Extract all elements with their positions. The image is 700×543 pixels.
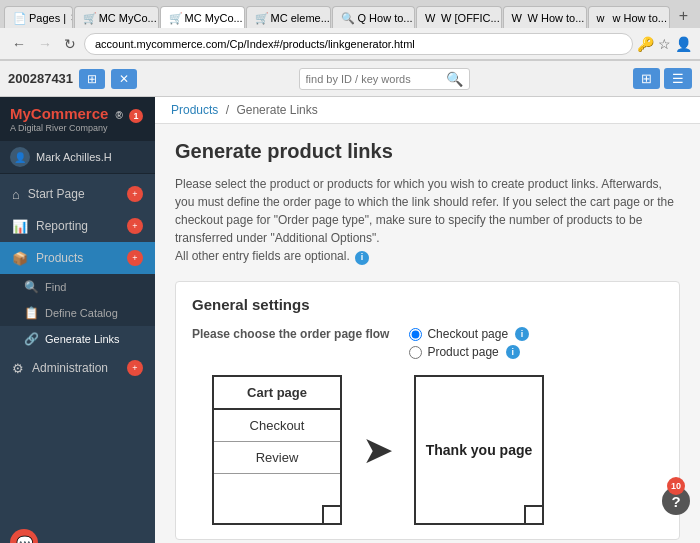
address-bar[interactable]	[84, 33, 633, 55]
brand-my: My	[10, 105, 31, 122]
tab-1[interactable]: 📄 Pages | ✕	[4, 6, 73, 28]
breadcrumb-products[interactable]: Products	[171, 103, 218, 117]
toolbar-right-buttons: ⊞ ☰	[631, 68, 692, 89]
breadcrumb: Products / Generate Links	[155, 97, 700, 124]
tab-favicon-5: 🔍	[341, 12, 353, 24]
submenu-label-catalog: Define Catalog	[45, 307, 118, 319]
tab-favicon-7: W	[512, 12, 524, 24]
radio-checkout-label: Checkout page	[427, 327, 508, 341]
flow-arrow: ➤	[362, 431, 394, 469]
gear-icon: ⚙	[12, 361, 24, 376]
radio-product-input[interactable]	[409, 346, 422, 359]
user-name: Mark Achilles.H	[36, 151, 112, 163]
chat-button[interactable]: 💬	[10, 529, 38, 543]
find-icon: 🔍	[24, 280, 39, 294]
breadcrumb-separator: /	[226, 103, 233, 117]
checkout-help-icon[interactable]: i	[515, 327, 529, 341]
notification-count: 1	[129, 109, 143, 123]
page-corner-right	[524, 505, 542, 523]
tab-3[interactable]: 🛒 MC MyCo... ✕	[160, 6, 245, 28]
order-flow-row: Please choose the order page flow Checko…	[192, 327, 663, 359]
tab-label-6: W [OFFIC...	[441, 12, 500, 24]
sidebar-bottom: 💬	[0, 521, 155, 543]
refresh-button[interactable]: ↻	[60, 34, 80, 54]
radio-group-order-flow: Checkout page i Product page i	[409, 327, 529, 359]
menu-icon-button[interactable]: ☰	[664, 68, 692, 89]
user-icon[interactable]: 👤	[675, 36, 692, 52]
catalog-icon: 📋	[24, 306, 39, 320]
tab-label-1: Pages |	[29, 12, 66, 24]
sidebar: MyCommerce ® 1 A Digital River Company 👤…	[0, 97, 155, 543]
products-submenu: 🔍 Find 📋 Define Catalog 🔗 Generate Links	[0, 274, 155, 352]
toolbar-left: 200287431 ⊞ ✕	[8, 69, 137, 89]
radio-checkout-page[interactable]: Checkout page i	[409, 327, 529, 341]
order-flow-label: Please choose the order page flow	[192, 327, 389, 341]
settings-section-title: General settings	[192, 296, 663, 313]
tab-label-8: w How to...	[613, 12, 667, 24]
submenu-item-define-catalog[interactable]: 📋 Define Catalog	[0, 300, 155, 326]
search-box[interactable]: 🔍	[299, 68, 470, 90]
page-title: Generate product links	[175, 140, 680, 163]
tab-5[interactable]: 🔍 Q How to... ✕	[332, 6, 415, 28]
submenu-label-find: Find	[45, 281, 66, 293]
description-text-2: All other entry fields are optional.	[175, 249, 350, 263]
back-button[interactable]: ←	[8, 34, 30, 54]
help-float: 10 ?	[662, 477, 690, 515]
brand-header: MyCommerce ® 1 A Digital River Company	[0, 97, 155, 141]
sidebar-item-administration[interactable]: ⚙ Administration +	[0, 352, 155, 384]
thank-you-label: Thank you page	[426, 442, 533, 458]
link-icon: 🔗	[24, 332, 39, 346]
checkout-flow-box: Cart page Checkout Review	[212, 375, 342, 525]
submenu-item-generate-links[interactable]: 🔗 Generate Links	[0, 326, 155, 352]
tab-favicon-3: 🛒	[169, 12, 181, 24]
brand-logo: MyCommerce ® 1	[10, 105, 145, 123]
tab-6[interactable]: W W [OFFIC... ✕	[416, 6, 501, 28]
products-icon: 📦	[12, 251, 28, 266]
page-description: Please select the product or products fo…	[175, 175, 680, 265]
user-section[interactable]: 👤 Mark Achilles.H	[0, 141, 155, 174]
tab-favicon-2: 🛒	[83, 12, 95, 24]
sidebar-item-reporting[interactable]: 📊 Reporting +	[0, 210, 155, 242]
submenu-item-find[interactable]: 🔍 Find	[0, 274, 155, 300]
cart-page-label: Cart page	[214, 377, 340, 410]
flow-diagram: Cart page Checkout Review ➤ Thank you pa…	[192, 375, 663, 525]
avatar: 👤	[10, 147, 30, 167]
browser-nav-icons: 🔑 ☆ 👤	[637, 36, 692, 52]
forward-button[interactable]: →	[34, 34, 56, 54]
close-button[interactable]: ✕	[111, 69, 137, 89]
camera-icon-button[interactable]: ⊞	[633, 68, 660, 89]
search-submit-button[interactable]: 🔍	[446, 71, 463, 87]
sidebar-item-label-admin: Administration	[32, 361, 108, 375]
tab-bar: 📄 Pages | ✕ 🛒 MC MyCo... ✕ 🛒 MC MyCo... …	[0, 0, 700, 28]
brand-subtitle: A Digital River Company	[10, 123, 145, 133]
tab-close-1[interactable]: ✕	[70, 12, 73, 23]
grid-view-button[interactable]: ⊞	[79, 69, 105, 89]
products-badge: +	[127, 250, 143, 266]
key-icon[interactable]: 🔑	[637, 36, 654, 52]
tab-7[interactable]: W W How to... ✕	[503, 6, 587, 28]
new-tab-button[interactable]: +	[671, 4, 696, 28]
search-input[interactable]	[306, 73, 446, 85]
tab-favicon-4: 🛒	[255, 12, 267, 24]
sidebar-item-label-reporting: Reporting	[36, 219, 88, 233]
product-help-icon[interactable]: i	[506, 345, 520, 359]
help-circle-icon[interactable]: i	[355, 251, 369, 265]
app-toolbar: 200287431 ⊞ ✕ 🔍 ⊞ ☰	[0, 61, 700, 97]
page-corner-left	[322, 505, 340, 523]
sidebar-item-products[interactable]: 📦 Products +	[0, 242, 155, 274]
tab-2[interactable]: 🛒 MC MyCo... ✕	[74, 6, 159, 28]
tab-favicon-8: w	[597, 12, 609, 24]
star-icon[interactable]: ☆	[658, 36, 671, 52]
tab-label-2: MC MyCo...	[99, 12, 157, 24]
radio-product-page[interactable]: Product page i	[409, 345, 529, 359]
radio-product-label: Product page	[427, 345, 498, 359]
radio-checkout-input[interactable]	[409, 328, 422, 341]
tab-4[interactable]: 🛒 MC eleme... ✕	[246, 6, 332, 28]
description-text-1: Please select the product or products fo…	[175, 177, 674, 245]
tab-label-3: MC MyCo...	[185, 12, 243, 24]
home-icon: ⌂	[12, 187, 20, 202]
tab-8[interactable]: w w How to... ✕	[588, 6, 670, 28]
thank-you-box: Thank you page	[414, 375, 544, 525]
start-page-badge: +	[127, 186, 143, 202]
sidebar-item-start-page[interactable]: ⌂ Start Page +	[0, 178, 155, 210]
